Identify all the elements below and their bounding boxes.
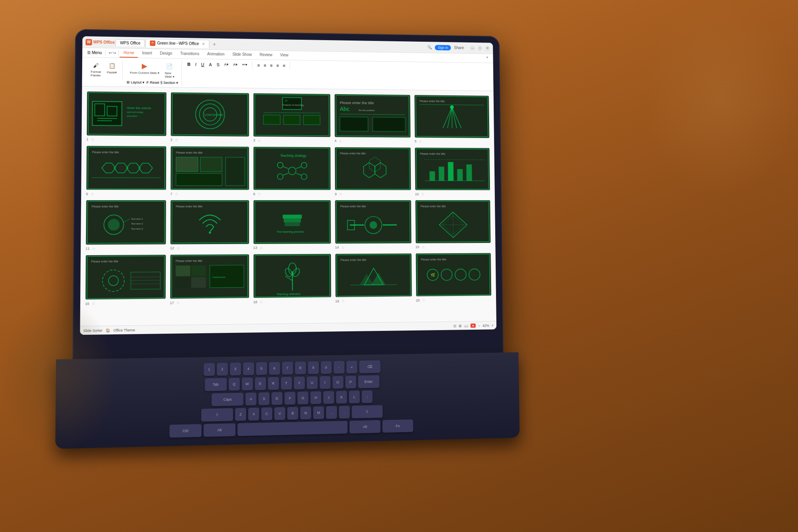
key-period[interactable]: . [339,406,350,419]
slide-star-20[interactable]: ☆ [422,298,425,302]
slide-item-3[interactable]: 12 Analysis of teaching 3 ☆ [253,93,331,143]
key-shift-left[interactable]: ⇧ [201,408,233,422]
slide-item-13[interactable]: The teaching process 13 ☆ [253,200,331,250]
slide-item-4[interactable]: Please enter the title Abc No text posit… [334,94,411,143]
slide-star-10[interactable]: ☆ [421,192,425,196]
slide-view-button[interactable]: ⊡ [453,324,456,328]
slide-thumb-12[interactable]: Please enter the title [170,200,249,244]
key-l[interactable]: L [349,391,360,403]
slide-item-1[interactable]: Green line science and technology educat… [87,91,167,142]
key-m[interactable]: M [313,406,324,419]
key-backspace[interactable]: ⌫ [359,360,380,373]
tab-transitions[interactable]: Transitions [176,49,203,59]
key-d[interactable]: D [272,392,282,405]
key-shift-right[interactable]: ⇧ [352,405,383,418]
slide-item-12[interactable]: Please enter the title [170,200,249,250]
slide-star-1[interactable]: ☆ [91,137,94,141]
close-button[interactable]: ✕ [485,46,490,51]
line-spacing-button[interactable]: ≡ [282,62,286,69]
tab-design[interactable]: Design [156,49,176,58]
align-center-button[interactable]: ≡ [263,62,267,69]
slide-star-6[interactable]: ☆ [90,192,94,196]
search-icon[interactable]: 🔍 [427,45,432,49]
slide-thumb-14[interactable]: Please enter the title [335,200,411,244]
tab-review[interactable]: Review [256,51,276,60]
key-s[interactable]: S [258,392,269,405]
key-6[interactable]: 6 [269,362,280,375]
slide-star-13[interactable]: ☆ [260,246,263,250]
key-3[interactable]: 3 [230,362,241,375]
reset-button[interactable]: ↺ Reset [146,81,159,85]
slide-item-17[interactable]: Please enter the title Content text [170,254,249,305]
bold-button[interactable]: B [186,61,192,67]
menu-button[interactable]: ☰ Menu [87,50,102,55]
ribbon-expand-button[interactable]: › [484,54,490,62]
underline-button[interactable]: U [200,61,206,67]
slide-item-2[interactable]: CONCENTRIC 2 ☆ [171,92,249,142]
slide-item-5[interactable]: Please enter the title [414,95,490,144]
key-c[interactable]: C [261,407,272,420]
slide-thumb-3[interactable]: 12 Analysis of teaching [253,93,331,137]
text-effect-button[interactable]: ✏▾ [240,62,249,67]
slide-thumb-10[interactable]: Please enter the title [415,147,490,191]
tab-slideshow[interactable]: Slide Show [228,50,256,60]
key-e[interactable]: E [255,377,266,390]
key-alt[interactable]: Alt [203,423,235,437]
slide-star-17[interactable]: ☆ [176,300,180,305]
section-button[interactable]: § Section ▾ [161,81,178,85]
justify-button[interactable]: ≡ [275,62,280,69]
key-caps[interactable]: Caps [212,393,244,406]
key-f[interactable]: F [284,392,295,405]
key-8[interactable]: 8 [295,361,306,374]
slide-star-12[interactable]: ☆ [177,246,180,250]
slide-item-19[interactable]: Please enter the title 19 [335,253,412,303]
key-1[interactable]: 1 [203,363,215,376]
key-h[interactable]: H [310,391,321,404]
key-t[interactable]: T [281,377,291,390]
key-comma[interactable]: , [326,406,337,419]
tab-view[interactable]: View [276,51,292,60]
slide-item-11[interactable]: Please enter the title Text item 1 Text … [86,200,166,251]
tab-animation[interactable]: Animation [203,50,228,59]
font-color-button[interactable]: A [207,62,213,68]
key-2[interactable]: 2 [217,363,228,376]
zoom-out-button[interactable]: − [478,323,480,327]
slide-star-18[interactable]: ☆ [260,300,263,304]
slide-star-16[interactable]: ☆ [92,301,95,306]
slide-item-14[interactable]: Please enter the title 14 [335,200,411,249]
slide-thumb-5[interactable]: Please enter the title [414,95,490,138]
paste-button[interactable]: 📋 Paste▾ [104,60,119,75]
italic-button[interactable]: I [194,61,198,67]
key-z[interactable]: Z [235,408,246,421]
key-4[interactable]: 4 [243,362,254,375]
key-p[interactable]: P [345,376,356,389]
grid-view-button[interactable]: ⊞ [459,324,462,328]
layout-button[interactable]: ⊞ Layout ▾ [127,80,145,85]
slide-star-2[interactable]: ☆ [175,138,178,142]
key-a[interactable]: A [245,392,256,405]
slide-star-19[interactable]: ☆ [341,299,345,303]
slide-item-10[interactable]: Please enter the title [415,147,490,196]
key-ctrl[interactable]: Ctrl [169,424,202,438]
slide-item-7[interactable]: Please enter the title 7 ☆ [170,146,249,196]
key-enter[interactable]: Enter [358,375,380,388]
slide-star-8[interactable]: ☆ [258,192,261,196]
slide-thumb-11[interactable]: Please enter the title Text item 1 Text … [86,200,166,245]
key-9[interactable]: 9 [308,361,319,374]
tab-home[interactable]: Home [120,49,138,58]
slide-star-11[interactable]: ☆ [92,246,95,251]
slide-item-20[interactable]: Please enter the title 🌿 [415,253,491,302]
slide-thumb-20[interactable]: Please enter the title 🌿 [415,253,491,297]
slide-item-9[interactable]: Please enter the title 9 ☆ [335,147,411,196]
key-n[interactable]: N [300,407,311,419]
tab-close-icon[interactable]: ✕ [202,42,205,46]
align-right-button[interactable]: ≡ [269,62,274,69]
redo-button[interactable]: ↪ [113,51,116,55]
key-0[interactable]: 0 [321,361,332,374]
strikethrough-button[interactable]: S [215,62,221,68]
zoom-in-button[interactable]: + [491,323,493,327]
slide-sorter-view[interactable]: Green line science and technology educat… [80,87,496,326]
slide-thumb-16[interactable]: Please enter the title [85,254,166,300]
slide-item-16[interactable]: Please enter the title [85,254,166,306]
slide-star-4[interactable]: ☆ [339,139,342,143]
